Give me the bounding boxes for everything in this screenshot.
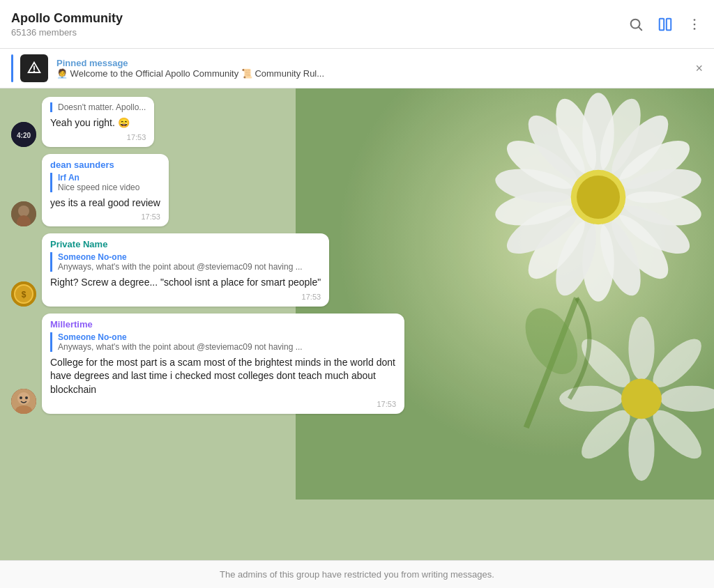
svg-point-46 — [18, 206, 29, 217]
reply-text: Nice speed nice video — [58, 183, 160, 192]
message-row: Millertime Someone No-one Anyways, what'… — [11, 314, 703, 414]
avatar: $ — [11, 281, 36, 307]
header-info: Apollo Community 65136 members — [11, 11, 628, 38]
pinned-accent-bar — [11, 54, 13, 82]
bubble-footer: 17:53 — [50, 212, 160, 221]
svg-line-1 — [639, 27, 641, 30]
reply-text: Anyways, what's with the point about @st… — [58, 262, 321, 272]
reply-text: Anyways, what's with the point about @st… — [58, 342, 396, 352]
message-row: dean saunders Irf An Nice speed nice vid… — [11, 154, 703, 227]
app-container: Apollo Community 65136 members — [0, 0, 714, 588]
svg-rect-3 — [667, 18, 671, 30]
message-text: Yeah you right. 😄 — [50, 116, 146, 130]
chat-area: 4:20 Doesn't matter. Apollo... Yeah you … — [0, 88, 714, 560]
svg-point-6 — [694, 28, 696, 30]
message-bubble: Millertime Someone No-one Anyways, what'… — [42, 314, 404, 414]
pinned-bar[interactable]: Pinned message 🧑‍💼 Welcome to the Offici… — [0, 49, 714, 88]
reply-bar: Someone No-one Anyways, what's with the … — [50, 332, 396, 352]
message-row: 4:20 Doesn't matter. Apollo... Yeah you … — [11, 97, 703, 147]
chat-title: Apollo Community — [11, 11, 628, 26]
message-time: 17:53 — [302, 293, 321, 301]
message-time: 17:53 — [127, 133, 146, 141]
avatar: 4:20 — [11, 122, 36, 147]
member-count: 65136 members — [11, 27, 628, 38]
svg-rect-2 — [660, 18, 664, 30]
reply-bar: Someone No-one Anyways, what's with the … — [50, 252, 321, 272]
svg-text:$: $ — [22, 290, 26, 300]
reply-author: Someone No-one — [58, 252, 321, 262]
more-menu-icon[interactable] — [686, 16, 703, 33]
reply-author: Irf An — [58, 173, 160, 183]
svg-text:4:20: 4:20 — [17, 132, 31, 139]
message-text: College for the most part is a scam most… — [50, 356, 396, 397]
pinned-text: 🧑‍💼 Welcome to the Official Apollo Commu… — [56, 68, 475, 79]
bubble-footer: 17:53 — [50, 400, 396, 408]
status-bar: The admins of this group have restricted… — [0, 560, 714, 588]
sender-name: dean saunders — [50, 160, 160, 170]
message-text: Right? Screw a degree... "school isnt a … — [50, 276, 321, 290]
search-icon[interactable] — [628, 16, 644, 33]
message-bubble: Private Name Someone No-one Anyways, wha… — [42, 233, 329, 307]
svg-point-55 — [25, 396, 28, 399]
chat-header: Apollo Community 65136 members — [0, 0, 714, 49]
message-bubble: dean saunders Irf An Nice speed nice vid… — [42, 154, 169, 227]
bubble-footer: 17:53 — [50, 133, 146, 141]
bubble-footer: 17:53 — [50, 293, 321, 301]
reply-bar: Irf An Nice speed nice video — [50, 173, 160, 192]
message-text: yes its a real good review — [50, 196, 160, 210]
reply-bar: Doesn't matter. Apollo... — [50, 102, 146, 112]
sender-name: Private Name — [50, 239, 321, 249]
message-time: 17:53 — [377, 400, 396, 408]
svg-point-9 — [33, 71, 35, 72]
header-actions — [628, 16, 703, 33]
avatar — [11, 389, 36, 414]
status-text: The admins of this group have restricted… — [220, 569, 494, 580]
message-row: $ Private Name Someone No-one Anyways, w… — [11, 233, 703, 307]
pinned-label: Pinned message — [56, 58, 687, 68]
reply-preview-text: Doesn't matter. Apollo... — [58, 102, 146, 112]
reply-author: Someone No-one — [58, 332, 396, 342]
pinned-logo — [20, 54, 48, 82]
pinned-close-button[interactable]: × — [695, 61, 703, 76]
pinned-content: Pinned message 🧑‍💼 Welcome to the Offici… — [56, 58, 687, 79]
avatar — [11, 201, 36, 226]
svg-point-5 — [694, 23, 696, 25]
message-time: 17:53 — [141, 212, 160, 221]
svg-point-37 — [628, 417, 654, 481]
chat-messages: 4:20 Doesn't matter. Apollo... Yeah you … — [0, 88, 714, 422]
columns-icon[interactable] — [657, 16, 674, 33]
svg-point-54 — [20, 396, 22, 399]
sender-name: Millertime — [50, 319, 396, 330]
message-bubble: Doesn't matter. Apollo... Yeah you right… — [42, 97, 154, 147]
svg-point-4 — [694, 19, 696, 21]
